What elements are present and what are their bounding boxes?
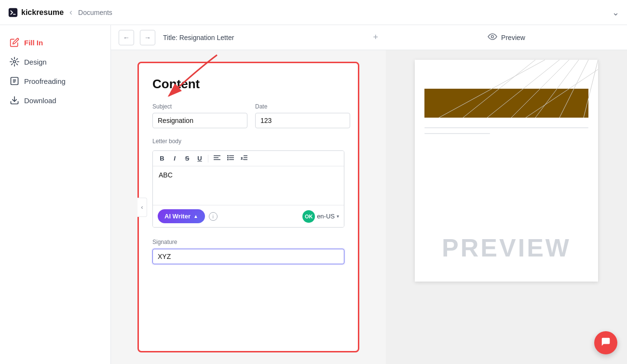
chat-fab-button[interactable] xyxy=(594,331,617,354)
design-icon xyxy=(10,57,19,67)
preview-content: PREVIEW xyxy=(386,50,627,364)
chevron-down-icon[interactable]: ⌄ xyxy=(612,7,619,18)
download-icon xyxy=(10,95,19,105)
editor-content: ‹ Content Subject Date xyxy=(111,50,386,364)
preview-watermark: PREVIEW xyxy=(415,233,598,262)
proofreading-icon xyxy=(10,76,19,86)
fill-in-label: Fill In xyxy=(24,39,43,47)
nav-left: kickresume ‹ Documents xyxy=(8,7,112,18)
svg-line-23 xyxy=(535,60,579,118)
redo-button[interactable]: → xyxy=(140,30,155,45)
bold-button[interactable]: B xyxy=(157,154,167,163)
preview-line-2 xyxy=(424,133,490,134)
sidebar-item-proofreading[interactable]: Proofreading xyxy=(0,71,110,91)
preview-doc-lines xyxy=(415,118,598,134)
align-left-button[interactable] xyxy=(211,154,223,163)
edit-icon xyxy=(10,38,19,47)
logo-text: kickresume xyxy=(21,8,64,17)
svg-point-13 xyxy=(227,159,229,161)
letter-body-text[interactable]: ABC xyxy=(153,166,344,205)
content-card-title: Content xyxy=(152,77,344,92)
sidebar-item-download[interactable]: Download xyxy=(0,91,110,110)
logo-icon xyxy=(8,7,18,18)
rich-editor-toolbar: B I S U 1.2. xyxy=(153,151,344,166)
svg-line-28 xyxy=(526,69,598,118)
add-section-button[interactable]: + xyxy=(373,32,378,42)
preview-document: PREVIEW xyxy=(415,60,598,282)
download-label: Download xyxy=(24,96,56,105)
svg-point-2 xyxy=(14,61,16,63)
editor-toolbar: ← → Title: Resignation Letter + xyxy=(111,25,386,50)
undo-button[interactable]: ← xyxy=(119,30,134,45)
svg-line-26 xyxy=(463,60,535,118)
subject-group: Subject xyxy=(152,103,247,128)
ai-writer-button[interactable]: AI Writer ▲ xyxy=(158,209,205,223)
chat-fab-icon xyxy=(600,337,611,350)
logo[interactable]: kickresume xyxy=(8,7,64,18)
main-layout: Fill In Design Proofreading Down xyxy=(0,25,627,364)
strikethrough-button[interactable]: S xyxy=(182,154,192,163)
proofreading-label: Proofreading xyxy=(24,77,66,85)
signature-group: Signature xyxy=(152,237,344,264)
nav-separator: ‹ xyxy=(69,7,72,17)
subject-date-row: Subject Date xyxy=(152,103,344,128)
info-icon[interactable]: i xyxy=(209,212,218,221)
preview-line-1 xyxy=(424,127,588,128)
language-chevron-icon: ▾ xyxy=(337,214,339,219)
numbered-list-button[interactable]: 1.2. xyxy=(238,154,250,163)
document-title: Title: Resignation Letter xyxy=(163,34,234,41)
center-area: ← → Title: Resignation Letter + ‹ Conten… xyxy=(111,25,386,364)
collapse-sidebar-button[interactable]: ‹ xyxy=(137,198,147,217)
content-card: Content Subject Date Letter body xyxy=(137,62,359,352)
preview-eye-icon xyxy=(488,33,497,42)
sidebar: Fill In Design Proofreading Down xyxy=(0,25,111,364)
date-group: Date xyxy=(255,103,350,128)
toolbar-divider xyxy=(208,155,208,162)
preview-panel: Preview xyxy=(386,25,627,364)
ai-writer-chevron-icon: ▲ xyxy=(193,214,198,219)
svg-line-22 xyxy=(511,60,569,118)
rich-editor-footer: AI Writer ▲ i OK xyxy=(153,205,344,227)
date-label: Date xyxy=(255,103,350,110)
letter-body-group: Letter body B I S U xyxy=(152,138,344,228)
nav-right: ⌄ xyxy=(612,7,619,18)
ai-writer-label: AI Writer xyxy=(164,213,191,220)
italic-button[interactable]: I xyxy=(169,154,180,163)
svg-point-20 xyxy=(491,35,494,38)
preview-label: Preview xyxy=(501,34,525,41)
ok-badge: OK xyxy=(302,210,315,223)
subject-label: Subject xyxy=(152,103,247,110)
svg-line-27 xyxy=(439,60,545,118)
documents-link[interactable]: Documents xyxy=(78,9,112,16)
rich-editor: B I S U 1.2. xyxy=(152,150,344,228)
sidebar-item-design[interactable]: Design xyxy=(0,52,110,71)
language-selector[interactable]: OK en-US ▾ xyxy=(302,210,339,223)
subject-input[interactable] xyxy=(152,113,247,128)
signature-input[interactable] xyxy=(152,249,344,264)
signature-label: Signature xyxy=(152,239,177,245)
date-input[interactable] xyxy=(255,113,350,128)
decorative-lines xyxy=(415,60,598,118)
svg-line-24 xyxy=(559,60,588,118)
svg-line-21 xyxy=(487,60,559,118)
language-text: en-US xyxy=(317,213,335,220)
bullet-list-button[interactable] xyxy=(225,154,236,163)
svg-point-9 xyxy=(227,155,229,157)
preview-header: Preview xyxy=(386,25,627,50)
svg-line-25 xyxy=(584,60,598,118)
underline-button[interactable]: U xyxy=(194,154,205,163)
letter-body-label: Letter body xyxy=(152,138,344,145)
svg-point-11 xyxy=(227,157,229,159)
design-label: Design xyxy=(24,58,47,66)
sidebar-item-fill-in[interactable]: Fill In xyxy=(0,33,110,52)
svg-text:2.: 2. xyxy=(241,156,244,161)
top-navigation: kickresume ‹ Documents ⌄ xyxy=(0,0,627,25)
